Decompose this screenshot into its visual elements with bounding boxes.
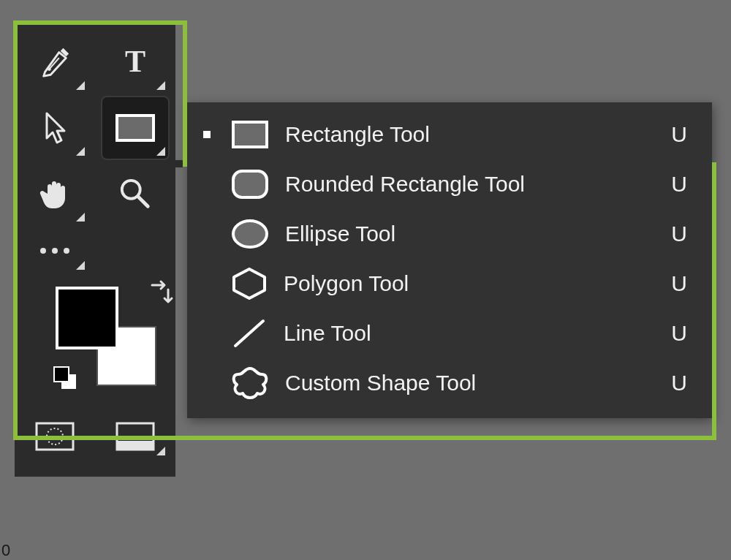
- rounded-rectangle-icon: [231, 169, 269, 200]
- tool-row: [15, 227, 175, 275]
- magnifier-icon: [118, 177, 152, 211]
- default-colors-button[interactable]: [53, 366, 77, 393]
- rectangle-icon: [231, 120, 269, 149]
- active-dot-icon: [203, 131, 211, 138]
- flyout-item-custom-shape[interactable]: Custom Shape Tool U: [187, 358, 712, 408]
- svg-point-17: [233, 221, 267, 247]
- svg-line-19: [235, 321, 263, 346]
- svg-marker-18: [234, 269, 265, 298]
- swap-colors-button[interactable]: [148, 279, 174, 309]
- flyout-item-shortcut: U: [671, 271, 687, 296]
- svg-rect-3: [117, 116, 154, 140]
- edit-toolbar-button[interactable]: [22, 229, 88, 273]
- standard-mode-icon: [35, 422, 75, 451]
- hand-tool[interactable]: [22, 163, 88, 224]
- svg-line-5: [138, 197, 148, 206]
- rectangle-icon: [114, 113, 156, 143]
- zoom-level-label: 0: [1, 541, 10, 560]
- flyout-item-label: Custom Shape Tool: [285, 371, 671, 396]
- svg-point-1: [48, 67, 51, 71]
- svg-rect-11: [37, 423, 73, 450]
- pen-icon: [38, 45, 72, 79]
- zoom-tool[interactable]: [102, 163, 168, 224]
- svg-point-8: [64, 248, 69, 254]
- svg-point-7: [52, 248, 58, 254]
- type-icon: T: [118, 45, 152, 79]
- pen-tool[interactable]: [22, 31, 88, 93]
- tool-row: T: [15, 29, 175, 95]
- rectangle-tool[interactable]: [102, 97, 168, 159]
- flyout-item-rectangle[interactable]: Rectangle Tool U: [187, 110, 712, 159]
- flyout-item-label: Rectangle Tool: [285, 122, 671, 147]
- svg-rect-10: [54, 367, 69, 382]
- flyout-item-shortcut: U: [671, 172, 687, 197]
- flyout-indicator: [156, 447, 165, 455]
- foreground-color-swatch[interactable]: [56, 287, 118, 349]
- type-tool[interactable]: T: [102, 31, 168, 93]
- hand-icon: [37, 176, 72, 211]
- flyout-item-polygon[interactable]: Polygon Tool U: [187, 259, 712, 309]
- mask-mode-row: [15, 411, 175, 462]
- line-icon: [231, 317, 268, 350]
- shape-tool-flyout: Rectangle Tool U Rounded Rectangle Tool …: [187, 102, 712, 418]
- svg-text:T: T: [125, 45, 145, 78]
- flyout-item-line[interactable]: Line Tool U: [187, 309, 712, 358]
- flyout-item-label: Ellipse Tool: [285, 222, 671, 246]
- flyout-indicator: [76, 147, 85, 156]
- svg-rect-16: [233, 171, 267, 197]
- svg-rect-14: [117, 441, 154, 450]
- flyout-item-label: Line Tool: [284, 321, 671, 346]
- default-colors-icon: [53, 366, 77, 390]
- tool-row: [15, 161, 175, 227]
- flyout-indicator: [156, 147, 165, 156]
- flyout-item-shortcut: U: [671, 122, 687, 147]
- ellipse-icon: [231, 219, 269, 249]
- flyout-item-ellipse[interactable]: Ellipse Tool U: [187, 209, 712, 259]
- path-select-tool[interactable]: [22, 97, 88, 159]
- swap-arrows-icon: [148, 279, 174, 306]
- flyout-indicator: [156, 81, 165, 90]
- custom-shape-icon: [231, 366, 269, 401]
- quick-mask-mode-button[interactable]: [102, 415, 168, 458]
- standard-mode-button[interactable]: [22, 415, 88, 458]
- tool-row: [15, 95, 175, 161]
- flyout-item-rounded-rectangle[interactable]: Rounded Rectangle Tool U: [187, 159, 712, 209]
- flyout-item-shortcut: U: [671, 222, 687, 246]
- flyout-indicator: [76, 213, 85, 222]
- hexagon-icon: [231, 267, 268, 300]
- svg-point-6: [40, 248, 46, 254]
- flyout-item-shortcut: U: [671, 321, 687, 346]
- flyout-indicator: [76, 81, 85, 90]
- svg-rect-15: [233, 122, 267, 147]
- ellipsis-icon: [39, 246, 71, 255]
- tools-panel: T: [15, 22, 175, 477]
- flyout-item-label: Rounded Rectangle Tool: [285, 172, 671, 197]
- color-swatches: [15, 279, 175, 404]
- flyout-item-shortcut: U: [671, 371, 687, 396]
- screen-mode-icon: [115, 422, 155, 451]
- arrow-cursor-icon: [39, 110, 70, 145]
- svg-point-12: [47, 428, 63, 444]
- flyout-indicator: [76, 261, 85, 270]
- flyout-item-label: Polygon Tool: [284, 271, 671, 296]
